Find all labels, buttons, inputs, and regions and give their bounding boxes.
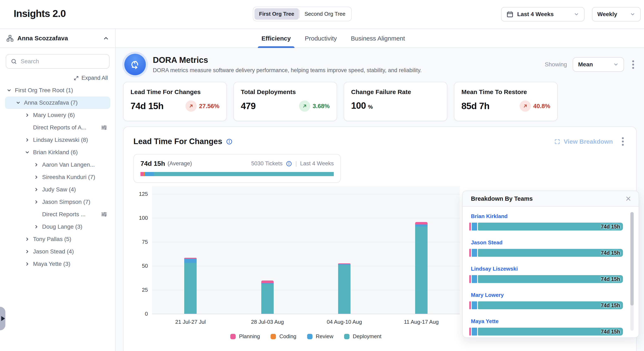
tree-item-maya-yette-3[interactable]: Maya Yette (3) [5,258,110,270]
legend-item-coding[interactable]: Coding [270,333,296,340]
y-tick-label: 75 [142,239,148,245]
tree-item-mary-lowery-6[interactable]: Mary Lowery (6) [5,109,110,121]
chevron-right-icon[interactable] [25,249,30,254]
tree-item-label: Direct Reports ... [42,211,86,218]
legend-item-deployment[interactable]: Deployment [344,333,382,340]
tree-item-label: Mary Lowery (6) [33,112,75,118]
x-tick-label: 04 Aug-10 Aug [311,319,377,325]
stacked-bar-3 [338,263,350,314]
date-range-select[interactable]: Last 4 Weeks [501,7,584,22]
tree-item-label: Maya Yette (3) [33,261,70,267]
close-icon[interactable] [624,194,633,203]
legend-item-planning[interactable]: Planning [230,333,260,340]
team-bar-segment-planning [469,301,471,309]
tree-item-direct-reports[interactable]: Direct Reports ... [5,208,110,221]
info-icon[interactable] [226,138,232,145]
panel-scrollbar-track[interactable] [630,212,634,331]
chevron-down-icon[interactable] [25,150,30,155]
stacked-bar-2 [261,280,274,314]
tree-item-anna-scozzafava-7[interactable]: Anna Scozzafava (7) [5,97,110,109]
chart-x-axis: 21 Jul-27 Jul28 Jul-03 Aug04 Aug-10 Aug1… [152,317,460,327]
lead-time-title: Lead Time For Changes [134,137,232,146]
tree-item-aaron-van-langen[interactable]: Aaron Van Langen... [5,159,110,171]
team-name-link[interactable]: Brian Kirkland [471,213,508,219]
bar-segment-planning [415,222,428,224]
chevron-right-icon[interactable] [25,237,30,242]
chevron-right-icon[interactable] [25,137,30,142]
chevron-right-icon[interactable] [34,162,39,167]
header-controls: Last 4 Weeks Weekly [501,7,641,22]
chevron-down-icon[interactable] [6,88,12,93]
team-name-link[interactable]: Jason Stead [471,239,502,246]
average-summary-box: 74d 15h (Average) 5030 Tickets | Last 4 … [134,154,341,183]
chevron-right-icon[interactable] [34,187,39,192]
search-input[interactable] [21,58,104,65]
tab-business-alignment[interactable]: Business Alignment [351,29,405,48]
tree-item-doug-lange-3[interactable]: Doug Lange (3) [5,221,110,233]
lead-time-title-text: Lead Time For Changes [134,137,222,146]
tree-item-jason-simpson-7[interactable]: Jason Simpson (7) [5,196,110,208]
sidebar-collapse-handle[interactable] [0,307,5,330]
team-lead-time-value: 74d 15h [601,302,620,308]
metric-card-lead-time-for-changes: Lead Time For Changes74d 15h27.56% [123,82,227,121]
bar-segment-deployment [184,263,197,314]
tree-item-sireesha-kunduri-7[interactable]: Sireesha Kunduri (7) [5,171,110,183]
team-lead-time-bar: 74d 15h [469,301,623,309]
chevron-down-icon[interactable] [16,100,21,105]
info-icon[interactable] [286,161,292,167]
tree-item-label: Tony Pallas (5) [33,236,71,242]
team-name-link[interactable]: Maya Yette [471,318,498,324]
chevron-right-icon[interactable] [25,261,30,266]
chevron-right-icon[interactable] [25,113,30,118]
tree-item-label: Brian Kirkland (6) [33,149,78,156]
chevron-up-icon[interactable] [103,35,109,41]
tree-item-direct-reports-of-a[interactable]: Direct Reports of A... [5,121,110,134]
tree-item-jason-stead-4[interactable]: Jason Stead (4) [5,245,110,258]
kebab-menu-icon[interactable] [620,136,626,147]
filter-sliders-icon[interactable] [101,124,108,131]
team-name-link[interactable]: Lindsay Liszewski [471,266,518,272]
tree-item-tony-pallas-5[interactable]: Tony Pallas (5) [5,233,110,245]
team-lead-time-value: 74d 15h [601,276,620,282]
tree-item-label: Aaron Van Langen... [42,161,95,168]
kebab-menu-icon[interactable] [630,59,636,71]
org-tree-option-first[interactable]: First Org Tree [254,8,299,20]
tab-efficiency[interactable]: Efficiency [262,29,291,48]
filter-sliders-icon[interactable] [101,211,108,218]
tree-item-label: Jason Simpson (7) [42,199,90,205]
chevron-right-icon[interactable] [34,175,39,180]
gridline [152,218,460,218]
team-bar-segment-review [472,328,477,335]
sidebar-header[interactable]: Anna Scozzafava [0,29,116,48]
phase-distribution-bar [140,172,334,176]
tree-item-first-org-tree-root-1[interactable]: First Org Tree Root (1) [5,84,110,97]
metric-card-change-failure-rate: Change Failure Rate100% [344,82,447,121]
team-bar-segment-planning [469,275,471,283]
aggregation-select[interactable]: Mean [573,57,624,72]
expand-all-button[interactable]: Expand All [8,75,108,81]
granularity-value: Weekly [597,11,617,18]
legend-item-review[interactable]: Review [307,333,333,340]
sidebar-user-name: Anna Scozzafava [17,35,68,42]
chevron-right-icon[interactable] [34,224,39,229]
panel-scrollbar-thumb[interactable] [630,212,634,305]
tab-productivity[interactable]: Productivity [305,29,337,48]
tree-item-label: Judy Saw (4) [42,186,76,193]
org-tree-option-second[interactable]: Second Org Tree [300,8,350,20]
granularity-select[interactable]: Weekly [592,7,641,22]
view-breakdown-button[interactable]: View Breakdown [554,138,613,145]
tree-item-label: Doug Lange (3) [42,223,82,230]
gridline [152,314,460,314]
team-lead-time-bar: 74d 15h [469,328,623,335]
segment-divider [299,10,300,18]
stacked-bar-1 [184,258,197,314]
tree-item-lindsay-liszewski-8[interactable]: Lindsay Liszewski (8) [5,134,110,146]
sidebar: Expand All First Org Tree Root (1)Anna S… [0,48,116,351]
tree-item-brian-kirkland-6[interactable]: Brian Kirkland (6) [5,146,110,159]
average-value: 74d 15h [140,160,165,167]
team-name-link[interactable]: Mary Lowery [471,292,504,298]
team-lead-time-bar: 74d 15h [469,223,623,230]
tree-item-judy-saw-4[interactable]: Judy Saw (4) [5,183,110,196]
gridline [152,194,460,194]
chevron-right-icon[interactable] [34,199,39,204]
